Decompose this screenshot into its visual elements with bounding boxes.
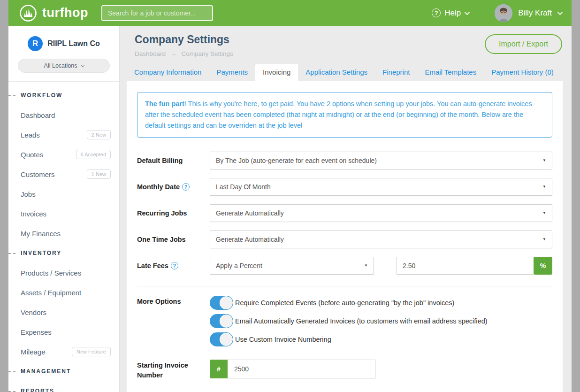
toggle-switch-on[interactable] <box>210 296 233 310</box>
help-label: Help <box>444 8 461 18</box>
monthly-date-label: Monthly Date ? <box>137 183 210 191</box>
sidebar-item-quotes[interactable]: Quotes 6 Accepted <box>8 145 119 164</box>
toggle-label: Email Automatically Generated Invoices (… <box>235 317 488 325</box>
invoicing-panel: The fun part! This is why you're here, t… <box>127 81 563 392</box>
late-fee-amount-group: % <box>397 257 552 275</box>
help-icon: ? <box>432 8 441 17</box>
company-name: RIIPL Lawn Co <box>47 39 100 48</box>
late-fee-amount-input[interactable] <box>397 257 534 275</box>
sidebar-item-leads[interactable]: Leads 2 New <box>8 125 119 145</box>
sidebar-item-label: Quotes <box>21 151 43 159</box>
sidebar-section-reports: REPORTS <box>8 381 119 392</box>
top-header: turfhop ? Help Billy Kraft <box>8 0 572 26</box>
sidebar-item-jobs[interactable]: Jobs <box>8 184 119 204</box>
percent-suffix: % <box>534 257 552 275</box>
toggle-label: Use Custom Invoice Numbering <box>235 336 331 343</box>
default-billing-value: By The Job (auto-generate for each event… <box>216 157 377 164</box>
toggle-switch-on[interactable] <box>210 332 233 346</box>
sidebar-item-assets-equipment[interactable]: Assets / Equipment <box>8 283 119 302</box>
recurring-jobs-value: Generate Automatically <box>216 209 284 217</box>
sidebar-item-invoices[interactable]: Invoices <box>8 204 119 223</box>
toggle-require-completed-events[interactable]: Require Completed Events (before auto-ge… <box>210 296 488 310</box>
page-title: Company Settings <box>135 33 233 46</box>
tab-email-templates[interactable]: Email Templates <box>417 64 484 81</box>
toggle-knob <box>219 296 233 310</box>
number-prefix: # <box>210 360 228 378</box>
tab-payment-history[interactable]: Payment History (0) <box>484 64 561 81</box>
sidebar-item-label: Customers <box>21 170 55 178</box>
late-fees-method-select[interactable]: Apply a Percent ▼ <box>210 257 374 275</box>
sidebar-item-expenses[interactable]: Expenses <box>8 322 119 342</box>
late-fees-help-icon[interactable]: ? <box>171 262 178 269</box>
recurring-jobs-row: Recurring Jobs Generate Automatically ▼ <box>137 204 552 222</box>
tab-company-information[interactable]: Company Information <box>127 64 209 81</box>
sidebar-item-label: Expenses <box>21 328 52 336</box>
recurring-jobs-label: Recurring Jobs <box>137 209 210 217</box>
recurring-jobs-select[interactable]: Generate Automatically ▼ <box>210 204 552 222</box>
monthly-date-help-icon[interactable]: ? <box>182 183 190 191</box>
monthly-date-select[interactable]: Last Day Of Month ▼ <box>210 178 552 196</box>
page-header: Company Settings Dashboard → Company Set… <box>120 26 572 57</box>
user-menu[interactable]: Billy Kraft <box>495 4 561 22</box>
one-time-jobs-select[interactable]: Generate Automatically ▼ <box>210 231 552 248</box>
tab-fineprint[interactable]: Fineprint <box>375 64 417 81</box>
sidebar-item-label: Mileage <box>21 348 46 356</box>
toggle-label: Require Completed Events (before auto-ge… <box>235 299 454 307</box>
help-menu[interactable]: ? Help <box>432 8 468 18</box>
one-time-jobs-row: One Time Jobs Generate Automatically ▼ <box>137 231 552 248</box>
monthly-date-value: Last Day Of Month <box>216 183 271 191</box>
monthly-date-row: Monthly Date ? Last Day Of Month ▼ <box>137 178 552 196</box>
sidebar-nav: WORKFLOW Dashboard Leads 2 New Quotes 6 … <box>8 82 119 392</box>
one-time-jobs-value: Generate Automatically <box>216 236 284 243</box>
app-logo[interactable]: turfhop <box>19 4 88 23</box>
leads-badge: 2 New <box>87 130 111 139</box>
toggle-switch-on[interactable] <box>210 314 233 328</box>
sidebar-item-label: Invoices <box>21 210 46 218</box>
chevron-down-icon <box>81 63 85 67</box>
sidebar-item-label: Leads <box>21 131 40 139</box>
chevron-down-icon <box>465 9 470 15</box>
starting-invoice-group: # <box>210 360 375 378</box>
starting-invoice-input[interactable] <box>228 360 375 378</box>
company-block: R RIIPL Lawn Co All Locations <box>8 26 119 82</box>
late-fees-row: Late Fees ? Apply a Percent ▼ % <box>137 257 552 275</box>
breadcrumb-dashboard[interactable]: Dashboard <box>135 50 166 57</box>
sidebar: R RIIPL Lawn Co All Locations WORKFLOW D… <box>8 26 120 392</box>
starting-invoice-label: Starting Invoice Number <box>137 361 210 380</box>
default-billing-select[interactable]: By The Job (auto-generate for each event… <box>210 152 552 169</box>
sidebar-item-mileage[interactable]: Mileage New Feature <box>8 342 119 361</box>
sidebar-section-inventory: INVENTORY <box>8 243 119 263</box>
sidebar-item-products-services[interactable]: Products / Services <box>8 263 119 283</box>
sidebar-section-workflow: WORKFLOW <box>8 85 119 105</box>
chevron-down-icon <box>557 9 563 15</box>
sidebar-item-label: Assets / Equipment <box>21 289 81 297</box>
location-selector[interactable]: All Locations <box>18 59 110 73</box>
sidebar-item-label: Jobs <box>21 190 36 198</box>
customers-badge: 1 New <box>87 169 111 179</box>
more-options-row: More Options Require Completed Events (b… <box>137 296 552 346</box>
sidebar-item-dashboard[interactable]: Dashboard <box>8 105 119 125</box>
tab-payments[interactable]: Payments <box>209 64 255 81</box>
starting-invoice-row: Starting Invoice Number # <box>137 360 552 380</box>
company-selector[interactable]: R RIIPL Lawn Co <box>16 36 112 51</box>
main-content: Company Settings Dashboard → Company Set… <box>120 26 572 392</box>
sidebar-item-customers[interactable]: Customers 1 New <box>8 164 119 184</box>
mileage-badge: New Feature <box>72 347 111 356</box>
select-arrow-icon: ▼ <box>364 263 368 268</box>
sidebar-item-my-finances[interactable]: My Finances <box>8 223 119 243</box>
one-time-jobs-label: One Time Jobs <box>137 236 210 243</box>
breadcrumb-current: Company Settings <box>182 50 233 57</box>
select-arrow-icon: ▼ <box>542 158 546 162</box>
tab-invoicing[interactable]: Invoicing <box>255 64 298 81</box>
tab-application-settings[interactable]: Application Settings <box>298 64 375 81</box>
sidebar-item-label: Products / Services <box>21 269 81 277</box>
location-label: All Locations <box>44 62 77 69</box>
toggle-email-generated-invoices[interactable]: Email Automatically Generated Invoices (… <box>210 314 488 328</box>
sidebar-item-vendors[interactable]: Vendors <box>8 302 119 322</box>
company-avatar: R <box>28 36 43 51</box>
sidebar-item-label: My Finances <box>21 230 61 238</box>
toggle-custom-invoice-numbering[interactable]: Use Custom Invoice Numbering <box>210 332 488 346</box>
default-billing-label: Default Billing <box>137 157 210 164</box>
search-input[interactable] <box>101 5 213 21</box>
import-export-button[interactable]: Import / Export <box>485 34 562 54</box>
